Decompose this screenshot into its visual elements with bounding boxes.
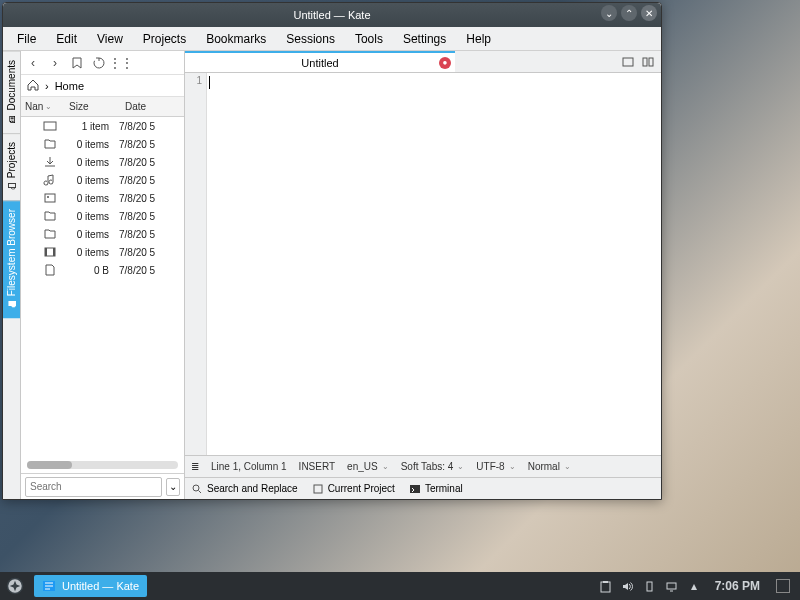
terminal-icon — [409, 483, 421, 495]
fs-row[interactable]: 0 items7/8/20 5 — [21, 207, 184, 225]
show-desktop-button[interactable] — [776, 579, 790, 593]
volume-icon[interactable] — [621, 579, 635, 593]
svg-rect-0 — [44, 122, 56, 130]
editor-content[interactable]: 1 — [185, 73, 661, 455]
status-locale[interactable]: en_US⌄ — [347, 461, 389, 472]
fs-file-list: 1 item7/8/20 5 0 items7/8/20 5 0 items7/… — [21, 117, 184, 457]
taskbar-entry-kate[interactable]: Untitled — Kate — [34, 575, 147, 597]
svg-rect-17 — [667, 583, 676, 589]
expand-icon[interactable]: ≣ — [191, 461, 199, 472]
svg-rect-11 — [410, 485, 420, 493]
menu-settings[interactable]: Settings — [393, 30, 456, 48]
close-button[interactable]: ✕ — [641, 5, 657, 21]
bookmark-button[interactable] — [69, 55, 85, 71]
status-tabs[interactable]: Soft Tabs: 4⌄ — [401, 461, 465, 472]
svg-rect-1 — [45, 194, 55, 202]
menu-help[interactable]: Help — [456, 30, 501, 48]
chevron-down-icon: ⌄ — [509, 462, 516, 471]
sidebar-tab-projects[interactable]: 🗀Projects — [3, 133, 20, 200]
sync-folder-button[interactable] — [91, 55, 107, 71]
fs-nav-toolbar: ‹ › ⋮⋮ — [21, 51, 184, 75]
svg-rect-8 — [649, 58, 653, 66]
terminal-tab[interactable]: Terminal — [409, 483, 463, 495]
search-options-button[interactable]: ⌄ — [166, 478, 180, 496]
menu-sessions[interactable]: Sessions — [276, 30, 345, 48]
text-cursor — [209, 76, 210, 89]
network-icon[interactable] — [665, 579, 679, 593]
fs-row[interactable]: 0 items7/8/20 5 — [21, 135, 184, 153]
search-replace-tab[interactable]: Search and Replace — [191, 483, 298, 495]
file-icon — [43, 263, 57, 277]
chevron-down-icon: ⌄ — [45, 102, 52, 111]
document-icon: 🗎 — [7, 115, 17, 125]
nav-forward-button[interactable]: › — [47, 55, 63, 71]
fs-row[interactable]: 1 item7/8/20 5 — [21, 117, 184, 135]
svg-rect-5 — [53, 248, 55, 256]
project-icon — [312, 483, 324, 495]
maximize-button[interactable]: ⌃ — [621, 5, 637, 21]
menu-edit[interactable]: Edit — [46, 30, 87, 48]
fs-row[interactable]: 0 items7/8/20 5 — [21, 225, 184, 243]
clock[interactable]: 7:06 PM — [709, 579, 766, 593]
fs-row[interactable]: 0 items7/8/20 5 — [21, 171, 184, 189]
application-launcher[interactable] — [0, 572, 30, 600]
col-date[interactable]: Date — [121, 101, 184, 112]
kate-window: Untitled — Kate ⌄ ⌃ ✕ File Edit View Pro… — [2, 2, 662, 500]
bottom-tool-tabs: Search and Replace Current Project Termi… — [185, 477, 661, 499]
filesystem-icon: 🖿 — [7, 300, 17, 310]
nav-back-button[interactable]: ‹ — [25, 55, 41, 71]
filesystem-browser-panel: ‹ › ⋮⋮ › Home Nan⌄ Size Date 1 item7/8/2… — [21, 51, 185, 499]
breadcrumb[interactable]: › Home — [21, 75, 184, 97]
titlebar[interactable]: Untitled — Kate ⌄ ⌃ ✕ — [3, 3, 661, 27]
tray-expand-icon[interactable]: ▴ — [687, 579, 701, 593]
folder-videos-icon — [43, 245, 57, 259]
status-encoding[interactable]: UTF-8⌄ — [476, 461, 515, 472]
options-button[interactable]: ⋮⋮ — [113, 55, 129, 71]
status-highlight[interactable]: Normal⌄ — [528, 461, 571, 472]
taskbar: Untitled — Kate ▴ 7:06 PM — [0, 572, 800, 600]
svg-rect-4 — [45, 248, 47, 256]
kde-logo-icon — [6, 577, 24, 595]
document-tabs: Untitled ● — [185, 51, 661, 73]
col-size[interactable]: Size — [65, 101, 121, 112]
current-project-tab[interactable]: Current Project — [312, 483, 395, 495]
fs-row[interactable]: 0 B7/8/20 5 — [21, 261, 184, 279]
menubar: File Edit View Projects Bookmarks Sessio… — [3, 27, 661, 51]
editor-area: Untitled ● 1 ≣ Line 1, Column 1 INSERT e… — [185, 51, 661, 499]
document-tab[interactable]: Untitled ● — [185, 51, 455, 72]
horizontal-scrollbar[interactable] — [27, 461, 178, 469]
taskbar-entry-label: Untitled — Kate — [62, 580, 139, 592]
menu-file[interactable]: File — [7, 30, 46, 48]
fs-row[interactable]: 0 items7/8/20 5 — [21, 189, 184, 207]
breadcrumb-home[interactable]: Home — [55, 80, 84, 92]
status-mode[interactable]: INSERT — [299, 461, 336, 472]
svg-point-9 — [193, 485, 199, 491]
text-editor[interactable] — [207, 73, 661, 455]
sidebar-tab-filesystem[interactable]: 🖿Filesystem Browser — [3, 200, 20, 318]
split-view-button[interactable] — [641, 55, 655, 69]
clipboard-icon[interactable] — [599, 579, 613, 593]
folder-downloads-icon — [43, 155, 57, 169]
menu-bookmarks[interactable]: Bookmarks — [196, 30, 276, 48]
status-bar: ≣ Line 1, Column 1 INSERT en_US⌄ Soft Ta… — [185, 455, 661, 477]
tab-label: Untitled — [301, 57, 338, 69]
col-name[interactable]: Nan⌄ — [21, 101, 65, 112]
fs-row[interactable]: 0 items7/8/20 5 — [21, 243, 184, 261]
folder-desktop-icon — [43, 119, 57, 133]
search-input[interactable] — [25, 477, 162, 497]
sidebar-tab-documents[interactable]: 🗎Documents — [3, 51, 20, 133]
chevron-down-icon: ⌄ — [382, 462, 389, 471]
device-icon[interactable] — [643, 579, 657, 593]
line-number-gutter: 1 — [185, 73, 207, 455]
search-icon — [191, 483, 203, 495]
status-position[interactable]: Line 1, Column 1 — [211, 461, 287, 472]
tab-close-button[interactable]: ● — [439, 57, 451, 69]
menu-projects[interactable]: Projects — [133, 30, 196, 48]
kate-icon — [42, 579, 56, 593]
svg-point-2 — [47, 196, 49, 198]
new-tab-button[interactable] — [621, 55, 635, 69]
menu-tools[interactable]: Tools — [345, 30, 393, 48]
fs-row[interactable]: 0 items7/8/20 5 — [21, 153, 184, 171]
minimize-button[interactable]: ⌄ — [601, 5, 617, 21]
menu-view[interactable]: View — [87, 30, 133, 48]
